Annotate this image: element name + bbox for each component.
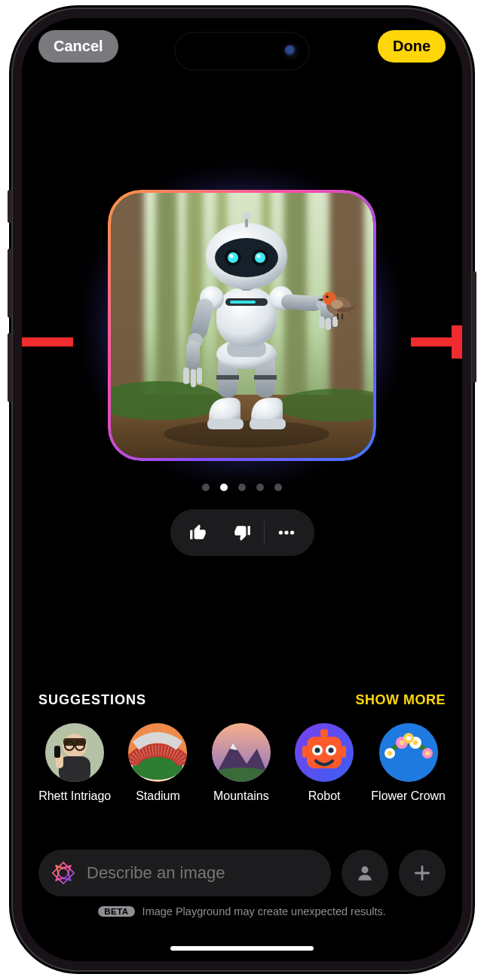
person-avatar-icon (45, 723, 104, 782)
svg-rect-46 (326, 318, 331, 330)
svg-rect-47 (332, 316, 338, 327)
phone-side-button (472, 271, 476, 383)
svg-point-30 (230, 255, 234, 258)
svg-point-31 (257, 255, 261, 258)
phone-side-button (8, 190, 12, 223)
pager-dots[interactable] (202, 484, 282, 491)
apple-intelligence-icon (51, 860, 76, 886)
svg-rect-17 (250, 419, 286, 429)
mountains-icon (212, 723, 271, 782)
thumbs-up-icon (188, 523, 208, 542)
preview-carousel[interactable] (22, 190, 462, 461)
suggestions-heading: SUGGESTIONS (38, 692, 146, 708)
svg-rect-41 (197, 368, 202, 384)
home-indicator[interactable] (170, 946, 314, 951)
pager-dot[interactable] (202, 484, 210, 491)
svg-point-90 (406, 736, 411, 740)
suggestion-person[interactable]: Rhett Intriago (38, 723, 111, 803)
svg-rect-64 (59, 756, 90, 782)
thumbs-down-button[interactable] (220, 517, 264, 548)
suggestion-thumbnail (379, 723, 438, 782)
add-button[interactable] (399, 850, 446, 896)
svg-rect-78 (302, 746, 307, 758)
svg-rect-53 (342, 313, 343, 319)
svg-point-76 (315, 748, 320, 753)
disclaimer-line: BETA Image Playground may create unexpec… (98, 905, 386, 917)
plus-icon (412, 863, 432, 883)
robot-icon (295, 723, 354, 782)
svg-point-33 (243, 212, 250, 219)
svg-rect-22 (230, 301, 256, 304)
phone-frame: Cancel Done (11, 8, 473, 972)
svg-point-50 (326, 295, 329, 298)
svg-point-88 (425, 751, 430, 756)
svg-rect-14 (216, 375, 239, 380)
svg-point-58 (289, 530, 293, 534)
show-more-button[interactable]: SHOW MORE (356, 692, 446, 708)
phone-side-button (8, 333, 12, 402)
svg-point-92 (361, 866, 368, 873)
svg-point-86 (413, 740, 418, 745)
top-bar: Cancel Done (22, 30, 462, 63)
person-icon (355, 863, 375, 883)
more-options-button[interactable] (265, 517, 308, 548)
pager-dot[interactable] (256, 484, 264, 491)
feedback-bar (170, 509, 314, 556)
suggestion-label: Flower Crown (371, 789, 446, 803)
svg-rect-73 (320, 729, 328, 737)
pager-dot[interactable] (220, 484, 228, 491)
thumbs-up-button[interactable] (176, 517, 220, 548)
svg-rect-52 (337, 313, 338, 319)
svg-point-29 (255, 252, 265, 263)
thumbs-down-icon (232, 523, 252, 542)
prompt-field[interactable] (38, 850, 331, 896)
suggestion-label: Robot (308, 789, 341, 803)
svg-point-56 (278, 530, 282, 534)
disclaimer-text: Image Playground may create unexpected r… (142, 905, 386, 917)
pager-dot[interactable] (238, 484, 246, 491)
svg-point-11 (164, 420, 329, 447)
person-picker-button[interactable] (342, 850, 388, 896)
svg-rect-16 (207, 419, 244, 429)
suggestion-stadium[interactable]: Stadium (121, 723, 194, 803)
suggestion-thumbnail (128, 723, 187, 782)
svg-rect-39 (183, 368, 189, 384)
beta-badge: BETA (98, 906, 134, 917)
svg-rect-20 (216, 288, 277, 347)
svg-point-84 (400, 740, 404, 745)
suggestion-thumbnail (45, 723, 104, 782)
generated-image-icon (111, 193, 373, 458)
bottom-bar: BETA Image Playground may create unexpec… (22, 850, 462, 917)
svg-rect-15 (254, 375, 277, 380)
svg-point-28 (228, 252, 238, 263)
generated-image-preview[interactable] (108, 190, 376, 461)
svg-rect-40 (191, 369, 196, 387)
svg-rect-45 (319, 316, 324, 328)
svg-point-77 (329, 748, 334, 753)
screen: Cancel Done (22, 18, 462, 961)
svg-rect-79 (342, 746, 346, 758)
cancel-button[interactable]: Cancel (38, 30, 118, 63)
svg-point-25 (215, 238, 278, 277)
more-icon (276, 523, 297, 542)
svg-point-82 (388, 751, 392, 756)
suggestion-label: Stadium (136, 789, 180, 803)
phone-side-button (8, 249, 12, 318)
suggestion-thumbnail (295, 723, 354, 782)
svg-rect-66 (54, 746, 60, 758)
svg-point-91 (59, 869, 69, 878)
svg-point-57 (284, 530, 288, 534)
done-button[interactable]: Done (378, 30, 446, 63)
suggestion-flower-crown[interactable]: Flower Crown (371, 723, 446, 803)
suggestion-robot[interactable]: Robot (288, 723, 360, 803)
svg-rect-38 (186, 340, 200, 371)
prompt-input[interactable] (87, 863, 319, 883)
stadium-icon (128, 723, 187, 782)
flower-crown-icon (379, 723, 438, 782)
main-area: SUGGESTIONS SHOW MORE (22, 18, 462, 961)
pager-dot[interactable] (274, 484, 282, 491)
suggestion-mountains[interactable]: Mountains (205, 723, 277, 803)
suggestions-section: SUGGESTIONS SHOW MORE (22, 692, 462, 803)
suggestion-thumbnail (212, 723, 271, 782)
suggestion-label: Mountains (213, 789, 269, 803)
